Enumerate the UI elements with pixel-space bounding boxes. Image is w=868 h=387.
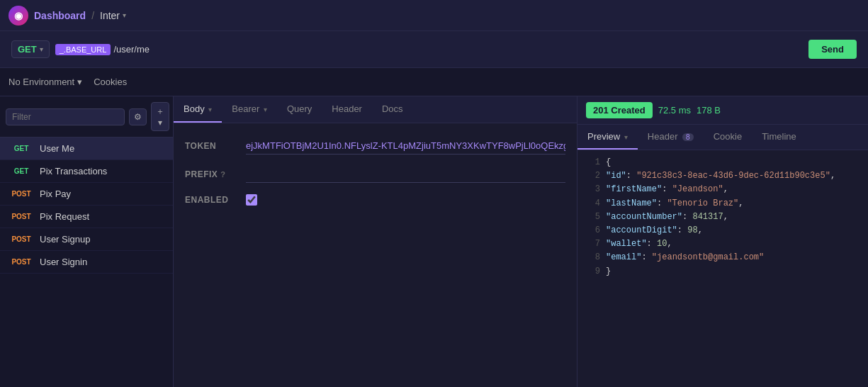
cookies-link[interactable]: Cookies xyxy=(94,77,127,87)
json-viewer: 1{2"id": "921c38c3-8eac-43d6-9dec-62d11b… xyxy=(577,150,868,387)
method-badge: POST xyxy=(9,257,34,267)
response-tab-cookie[interactable]: Cookie xyxy=(704,125,752,150)
prefix-row: PREFIX ? xyxy=(185,166,565,183)
response-tab-timeline[interactable]: Timeline xyxy=(752,125,806,150)
method-badge: GET xyxy=(9,144,34,153)
request-tabs-row: Body ▾ Bearer ▾ Query Header Docs xyxy=(174,96,577,123)
url-bar: GET ▾ _.BASE_URL /user/me Send xyxy=(0,31,868,68)
sidebar: ⚙ ＋ ▾ GET User Me GET Pix Transactions P… xyxy=(0,96,174,387)
environment-selector[interactable]: No Environment ▾ xyxy=(9,77,82,87)
response-panel: 201 Created 72.5 ms 178 B Preview ▾ Head… xyxy=(577,96,868,387)
sidebar-item[interactable]: POST User Signin xyxy=(0,251,173,274)
navbar: ◉ Dashboard / Inter ▾ xyxy=(0,0,868,31)
chevron-down-icon: ▾ xyxy=(123,11,126,19)
collection-name[interactable]: Inter ▾ xyxy=(100,10,126,21)
enabled-label: ENABLED xyxy=(185,195,235,205)
send-button[interactable]: Send xyxy=(808,40,857,59)
tab-docs[interactable]: Docs xyxy=(372,96,413,123)
env-chevron-icon: ▾ xyxy=(77,77,82,87)
sidebar-item-label: User Signup xyxy=(40,234,91,245)
response-tabs-row: Preview ▾ Header 8 Cookie Timeline xyxy=(577,125,868,150)
sidebar-item-label: Pix Transactions xyxy=(40,166,107,176)
sidebar-item[interactable]: GET Pix Transactions xyxy=(0,160,173,183)
sidebar-item-label: User Me xyxy=(40,143,74,154)
method-label: GET xyxy=(18,44,37,55)
status-badge: 201 Created xyxy=(586,102,653,118)
tab-header[interactable]: Header xyxy=(322,96,372,123)
json-line: 4"lastName": "Tenorio Braz", xyxy=(586,197,859,211)
sidebar-item-label: Pix Request xyxy=(40,211,89,222)
json-line: 8"email": "jeandsontb@gmail.com" xyxy=(586,251,859,264)
token-label: TOKEN xyxy=(185,141,235,151)
response-time: 72.5 ms xyxy=(658,105,691,116)
sidebar-item-label: Pix Pay xyxy=(40,189,71,199)
url-input-container: _.BASE_URL /user/me xyxy=(55,44,803,55)
dashboard-link[interactable]: Dashboard xyxy=(34,10,86,21)
response-status-bar: 201 Created 72.5 ms 178 B xyxy=(577,96,868,125)
enabled-row: ENABLED xyxy=(185,194,565,206)
token-input[interactable] xyxy=(246,138,565,155)
sidebar-settings-button[interactable]: ⚙ xyxy=(129,108,147,125)
json-line: 5"accountNumber": 841317, xyxy=(586,211,859,224)
json-line: 2"id": "921c38c3-8eac-43d6-9dec-62d11b90… xyxy=(586,169,859,183)
response-tab-preview[interactable]: Preview ▾ xyxy=(577,125,638,150)
bearer-form: TOKEN PREFIX ? ENABLED xyxy=(174,123,577,220)
nav-separator: / xyxy=(91,10,94,21)
json-line: 6"accountDigit": 98, xyxy=(586,224,859,237)
sidebar-item[interactable]: GET User Me xyxy=(0,138,173,160)
token-row: TOKEN xyxy=(185,138,565,155)
main-layout: ⚙ ＋ ▾ GET User Me GET Pix Transactions P… xyxy=(0,96,868,387)
method-badge: POST xyxy=(9,235,34,244)
environment-label: No Environment xyxy=(9,77,74,87)
tab-query[interactable]: Query xyxy=(277,96,322,123)
sidebar-filter-input[interactable] xyxy=(6,108,125,125)
response-tab-header[interactable]: Header 8 xyxy=(638,125,704,150)
json-line: 9} xyxy=(586,265,859,279)
tab-bearer[interactable]: Bearer ▾ xyxy=(222,96,277,123)
prefix-help-icon[interactable]: ? xyxy=(220,170,225,179)
response-size: 178 B xyxy=(697,105,721,116)
tab-body[interactable]: Body ▾ xyxy=(174,96,222,123)
sidebar-item[interactable]: POST User Signup xyxy=(0,228,173,251)
enabled-checkbox[interactable] xyxy=(246,194,257,206)
method-badge: POST xyxy=(9,212,34,221)
sidebar-item[interactable]: POST Pix Pay xyxy=(0,183,173,206)
app-logo: ◉ xyxy=(9,6,28,26)
sidebar-filter-row: ⚙ ＋ ▾ xyxy=(0,96,173,138)
method-badge: GET xyxy=(9,167,34,176)
url-path[interactable]: /user/me xyxy=(113,44,803,55)
sidebar-items: GET User Me GET Pix Transactions POST Pi… xyxy=(0,138,173,274)
prefix-input[interactable] xyxy=(246,166,565,183)
sidebar-item-label: User Signin xyxy=(40,257,87,267)
env-bar: No Environment ▾ Cookies xyxy=(0,68,868,96)
request-panel: Body ▾ Bearer ▾ Query Header Docs TOKEN … xyxy=(174,96,577,387)
json-line: 3"firstName": "Jeandson", xyxy=(586,183,859,196)
prefix-label: PREFIX ? xyxy=(185,169,235,179)
method-badge: POST xyxy=(9,189,34,198)
method-chevron-icon: ▾ xyxy=(40,45,43,53)
sidebar-add-button[interactable]: ＋ ▾ xyxy=(151,102,169,131)
sidebar-item[interactable]: POST Pix Request xyxy=(0,206,173,228)
json-line: 1{ xyxy=(586,156,859,169)
base-url-badge[interactable]: _.BASE_URL xyxy=(55,44,111,55)
json-line: 7"wallet": 10, xyxy=(586,237,859,251)
method-selector[interactable]: GET ▾ xyxy=(11,40,50,58)
